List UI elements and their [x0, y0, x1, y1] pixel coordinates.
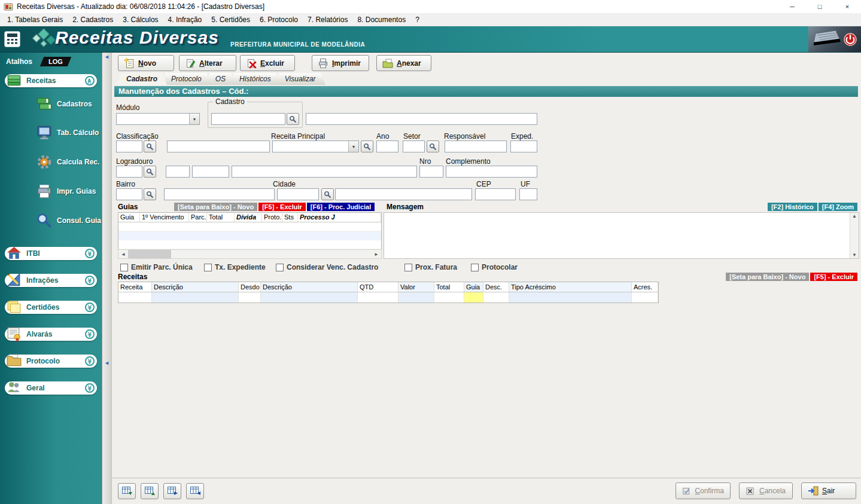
sidebar-group-protocolo[interactable]: Protocolo ≫ [5, 355, 97, 368]
classificacao-code-input[interactable] [116, 140, 142, 152]
novo-button[interactable]: Novo [118, 55, 174, 71]
logradouro-desc-input[interactable] [232, 166, 417, 178]
tab-historicos[interactable]: Históricos [230, 73, 281, 85]
receitas-cell[interactable] [483, 292, 509, 303]
menu-item-certidoes[interactable]: 5. Certidões [206, 13, 255, 26]
cep-input[interactable] [475, 188, 516, 200]
option-considerar-venc-cadastro[interactable]: Considerar Venc. Cadastro [276, 263, 378, 271]
classificacao-search-button[interactable] [144, 140, 156, 152]
confirma-button[interactable]: Confirma [676, 482, 731, 499]
guias-grid-row[interactable] [118, 231, 381, 240]
sidebar-group-geral[interactable]: Geral ≫ [5, 381, 97, 395]
menu-item-documentos[interactable]: 8. Documentos [352, 13, 410, 26]
menu-item-relatorios[interactable]: 7. Relatórios [303, 13, 352, 26]
menu-item-cadastros[interactable]: 2. Cadastros [68, 13, 118, 26]
setor-input[interactable] [403, 140, 425, 152]
grid-tool-button-2[interactable] [141, 483, 159, 499]
tab-cadastro[interactable]: Cadastro [117, 73, 167, 85]
mensagem-memo[interactable]: ▲ ▼ [384, 212, 859, 259]
scroll-left-icon[interactable]: ◄ [118, 250, 128, 258]
grid-tool-button-3[interactable] [163, 483, 181, 499]
guias-grid-row[interactable] [118, 240, 381, 249]
receitas-cell[interactable] [358, 292, 398, 303]
sidebar-group-alvaras[interactable]: Alvarás ≫ [5, 328, 97, 341]
tab-protocolo[interactable]: Protocolo [162, 73, 211, 85]
mensagem-text-area[interactable] [384, 213, 850, 258]
classificacao-desc-input[interactable] [167, 140, 270, 152]
cidade-desc-input[interactable] [335, 188, 472, 200]
sidebar-item-calcula-rec[interactable]: Calcula Rec. [0, 148, 102, 176]
hscroll-thumb[interactable] [128, 250, 171, 258]
menu-item-calculos[interactable]: 3. Cálculos [118, 13, 163, 26]
sidebar-group-certidoes[interactable]: Certidões ≫ [5, 301, 97, 314]
scroll-right-icon[interactable]: ► [372, 250, 381, 258]
receitas-cell[interactable] [632, 292, 658, 303]
bairro-search-button[interactable] [144, 188, 156, 200]
sidebar-splitter[interactable]: ◄ ◄ [102, 53, 111, 504]
setor-search-button[interactable] [427, 140, 439, 152]
exped-input[interactable] [510, 140, 537, 152]
maximize-button[interactable]: □ [806, 0, 833, 13]
nro-input[interactable] [419, 166, 443, 178]
dropdown-icon[interactable]: ▼ [348, 141, 358, 152]
tab-visualizar[interactable]: Visualizar [275, 73, 325, 85]
guias-grid-row[interactable] [118, 222, 381, 231]
option-tx-expediente[interactable]: Tx. Expediente [204, 263, 266, 271]
menu-item-tabelas-gerais[interactable]: 1. Tabelas Gerais [2, 13, 68, 26]
responsavel-input[interactable] [445, 140, 507, 152]
imprimir-button[interactable]: Imprimir [312, 55, 369, 71]
receitas-cell[interactable] [398, 292, 434, 303]
scroll-down-icon[interactable]: ▼ [852, 252, 857, 258]
power-button-icon[interactable] [843, 32, 857, 49]
sidebar-group-infracoes[interactable]: Infrações ≫ [5, 274, 97, 287]
grid-tool-button-1[interactable] [118, 483, 136, 499]
logradouro-code-input[interactable] [116, 166, 142, 178]
option-emitir-parc-unica[interactable]: Emitir Parc. Única [120, 263, 193, 271]
sidebar-group-receitas[interactable]: Receitas ≫ [5, 74, 97, 87]
chevron-down-icon[interactable]: ≫ [85, 329, 95, 339]
ano-input[interactable] [376, 140, 398, 152]
alterar-button[interactable]: Alterar [179, 55, 236, 71]
dropdown-icon[interactable]: ▼ [189, 114, 199, 124]
scroll-up-icon[interactable]: ▲ [852, 213, 857, 219]
sidebar-item-consul-guias[interactable]: Consul. Guias [0, 206, 102, 235]
receitas-cell[interactable] [118, 292, 152, 303]
receitas-cell[interactable] [239, 292, 261, 303]
receitas-cell-guia-highlight[interactable] [464, 292, 483, 303]
receita-principal-select[interactable]: ▼ [272, 140, 359, 152]
logradouro-search-button[interactable] [144, 166, 156, 178]
sidebar-item-impr-guias[interactable]: Impr. Guias [0, 177, 102, 206]
chevron-down-icon[interactable]: ≫ [85, 356, 95, 366]
menu-item-protocolo[interactable]: 6. Protocolo [255, 13, 303, 26]
receita-principal-search-button[interactable] [361, 140, 373, 152]
cidade-code-input[interactable] [277, 188, 319, 200]
sidebar-item-tab-calculo[interactable]: Tab. Cálculo [0, 118, 102, 147]
receitas-cell[interactable] [261, 292, 358, 303]
anexar-button[interactable]: Anexar [376, 55, 431, 71]
receitas-cell[interactable] [152, 292, 239, 303]
cadastro-code-input[interactable] [211, 113, 285, 125]
logradouro-titulo-input[interactable] [192, 166, 229, 178]
chevron-down-icon[interactable]: ≫ [85, 383, 95, 393]
guias-hscrollbar[interactable]: ◄ ► [118, 249, 382, 259]
minimize-button[interactable]: ─ [778, 0, 806, 13]
uf-input[interactable] [519, 188, 537, 200]
logradouro-tipo-input[interactable] [166, 166, 190, 178]
option-protocolar[interactable]: Protocolar [471, 263, 518, 271]
close-button[interactable]: × [833, 0, 861, 13]
menu-item-help[interactable]: ? [410, 13, 424, 26]
collapse-arrow-icon[interactable]: ◄ [104, 54, 109, 60]
sair-button[interactable]: Sair [801, 482, 856, 499]
collapse-arrow-icon[interactable]: ◄ [104, 360, 109, 366]
sidebar-group-itbi[interactable]: ITBI ≫ [5, 247, 97, 260]
receitas-cell[interactable] [434, 292, 464, 303]
receitas-cell[interactable] [509, 292, 632, 303]
chevron-down-icon[interactable]: ≫ [85, 276, 95, 285]
sidebar-item-cadastros[interactable]: Cadastros [0, 90, 102, 118]
bairro-code-input[interactable] [116, 188, 142, 200]
bairro-desc-input[interactable] [164, 188, 275, 200]
cadastro-name-input[interactable] [306, 113, 537, 125]
chevron-down-icon[interactable]: ≫ [85, 303, 95, 312]
cidade-search-button[interactable] [321, 188, 334, 200]
option-prox-fatura[interactable]: Prox. Fatura [404, 263, 457, 271]
